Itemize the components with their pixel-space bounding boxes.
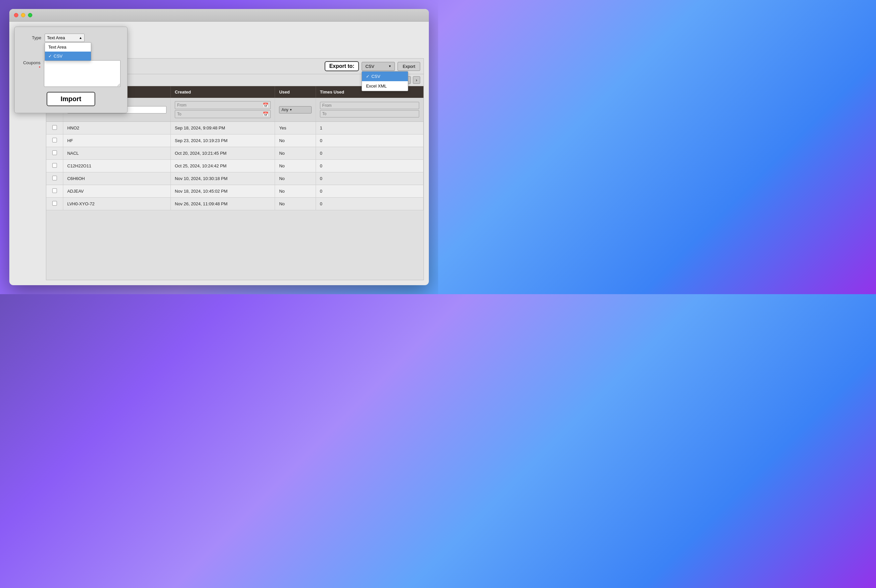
type-option-textarea[interactable]: Text Area bbox=[45, 43, 91, 52]
import-button[interactable]: Import bbox=[47, 92, 95, 106]
row-checkbox-cell bbox=[46, 135, 63, 147]
row-used: Yes bbox=[275, 122, 316, 135]
row-checkbox[interactable] bbox=[52, 163, 57, 168]
col-header-created: Created bbox=[171, 86, 275, 98]
row-checkbox[interactable] bbox=[52, 150, 57, 155]
col-label-created: Created bbox=[175, 90, 191, 94]
row-checkbox-cell bbox=[46, 172, 63, 185]
coupons-label: Coupons * bbox=[21, 60, 44, 70]
export-checkmark-icon: ✓ bbox=[366, 74, 370, 79]
table-row: C12H22O11 Oct 25, 2024, 10:24:42 PM No 0 bbox=[46, 160, 424, 172]
row-times-used: 0 bbox=[316, 147, 423, 160]
type-option-csv-label: CSV bbox=[54, 54, 63, 58]
table-row: ADJEAV Nov 18, 2024, 10:45:02 PM No 0 bbox=[46, 185, 424, 198]
row-coupon-code: C12H22O11 bbox=[63, 160, 170, 172]
row-created: Sep 23, 2024, 10:19:23 PM bbox=[171, 135, 275, 147]
minimize-button[interactable] bbox=[21, 13, 25, 17]
created-from-label: From bbox=[177, 103, 186, 108]
created-from-input[interactable]: From 📅 bbox=[175, 101, 271, 109]
table-row: HNO2 Sep 18, 2024, 9:09:48 PM Yes 1 bbox=[46, 122, 424, 135]
row-coupon-code: LVH0-XYO-72 bbox=[63, 198, 170, 210]
row-checkbox-cell bbox=[46, 122, 63, 135]
created-to-input[interactable]: To 📅 bbox=[175, 110, 271, 118]
used-filter-chevron-icon: ▼ bbox=[289, 108, 292, 111]
export-selected-value: CSV bbox=[365, 64, 374, 69]
row-times-used: 0 bbox=[316, 185, 423, 198]
used-filter-value: Any bbox=[281, 108, 288, 112]
created-to-calendar-icon: 📅 bbox=[263, 111, 268, 117]
row-times-used: 0 bbox=[316, 172, 423, 185]
row-checkbox[interactable] bbox=[52, 125, 57, 130]
maximize-button[interactable] bbox=[28, 13, 32, 17]
coupons-row: Coupons * bbox=[21, 60, 120, 87]
row-times-used: 1 bbox=[316, 122, 423, 135]
row-checkbox-cell bbox=[46, 147, 63, 160]
filter-cell-created: From 📅 To 📅 bbox=[171, 98, 275, 122]
row-checkbox-cell bbox=[46, 198, 63, 210]
row-created: Oct 25, 2024, 10:24:42 PM bbox=[171, 160, 275, 172]
close-button[interactable] bbox=[14, 13, 18, 17]
table-row: NACL Oct 20, 2024, 10:21:45 PM No 0 bbox=[46, 147, 424, 160]
type-checkmark-icon: ✓ bbox=[48, 54, 52, 58]
export-option-excel[interactable]: Excel XML bbox=[362, 81, 408, 91]
type-select-button[interactable]: Text Area ▲ bbox=[45, 34, 84, 42]
col-label-times-used: Times Used bbox=[320, 90, 344, 94]
row-checkbox[interactable] bbox=[52, 201, 57, 206]
row-checkbox[interactable] bbox=[52, 176, 57, 180]
export-button[interactable]: Export bbox=[398, 62, 420, 71]
created-date-filter: From 📅 To 📅 bbox=[175, 101, 271, 118]
row-checkbox[interactable] bbox=[52, 138, 57, 142]
row-times-used: 0 bbox=[316, 160, 423, 172]
coupons-textarea[interactable] bbox=[44, 60, 120, 87]
used-filter-select[interactable]: Any ▼ bbox=[279, 106, 311, 114]
row-checkbox-cell bbox=[46, 185, 63, 198]
table-row: HF Sep 23, 2024, 10:19:23 PM No 0 bbox=[46, 135, 424, 147]
col-label-used: Used bbox=[279, 90, 290, 94]
type-option-textarea-label: Text Area bbox=[48, 45, 66, 50]
row-coupon-code: HF bbox=[63, 135, 170, 147]
row-times-used: 0 bbox=[316, 198, 423, 210]
app-window: Type Text Area ▲ Text Area ✓ CSV bbox=[9, 9, 429, 285]
row-coupon-code: ADJEAV bbox=[63, 185, 170, 198]
filter-cell-used: Any ▼ bbox=[275, 98, 316, 122]
export-option-excel-label: Excel XML bbox=[366, 84, 386, 88]
required-marker: * bbox=[39, 65, 40, 70]
export-chevron-down-icon: ▼ bbox=[389, 64, 392, 68]
row-used: No bbox=[275, 147, 316, 160]
row-created: Sep 18, 2024, 9:09:48 PM bbox=[171, 122, 275, 135]
content-area: Type Text Area ▲ Text Area ✓ CSV bbox=[9, 22, 429, 285]
row-used: No bbox=[275, 135, 316, 147]
times-from-input[interactable] bbox=[320, 102, 419, 109]
created-to-label: To bbox=[177, 112, 182, 117]
import-modal: Type Text Area ▲ Text Area ✓ CSV bbox=[14, 27, 128, 113]
type-row: Type Text Area ▲ Text Area ✓ CSV bbox=[21, 34, 120, 42]
col-header-used: Used bbox=[275, 86, 316, 98]
times-used-filter bbox=[320, 102, 419, 117]
row-created: Nov 18, 2024, 10:45:02 PM bbox=[171, 185, 275, 198]
type-label: Type bbox=[21, 35, 45, 40]
export-option-csv-label: CSV bbox=[371, 74, 380, 79]
row-times-used: 0 bbox=[316, 135, 423, 147]
next-page-button[interactable]: › bbox=[413, 76, 420, 84]
row-created: Nov 26, 2024, 11:09:48 PM bbox=[171, 198, 275, 210]
type-selected-value: Text Area bbox=[47, 35, 65, 40]
row-coupon-code: NACL bbox=[63, 147, 170, 160]
row-coupon-code: HNO2 bbox=[63, 122, 170, 135]
export-label: Export to: bbox=[325, 61, 359, 71]
type-option-csv[interactable]: ✓ CSV bbox=[45, 52, 91, 61]
type-select-wrapper: Text Area ▲ Text Area ✓ CSV bbox=[45, 34, 84, 42]
row-used: No bbox=[275, 198, 316, 210]
row-used: No bbox=[275, 185, 316, 198]
row-created: Oct 20, 2024, 10:21:45 PM bbox=[171, 147, 275, 160]
table-row: LVH0-XYO-72 Nov 26, 2024, 11:09:48 PM No… bbox=[46, 198, 424, 210]
table-row: C6H6OH Nov 10, 2024, 10:30:18 PM No 0 bbox=[46, 172, 424, 185]
export-option-csv[interactable]: ✓ CSV bbox=[362, 72, 408, 81]
row-created: Nov 10, 2024, 10:30:18 PM bbox=[171, 172, 275, 185]
row-used: No bbox=[275, 172, 316, 185]
filter-cell-times-used bbox=[316, 98, 423, 122]
created-from-calendar-icon: 📅 bbox=[263, 102, 268, 108]
export-select-button[interactable]: CSV ▼ bbox=[362, 62, 395, 71]
row-checkbox-cell bbox=[46, 160, 63, 172]
times-to-input[interactable] bbox=[320, 110, 419, 117]
row-checkbox[interactable] bbox=[52, 188, 57, 193]
